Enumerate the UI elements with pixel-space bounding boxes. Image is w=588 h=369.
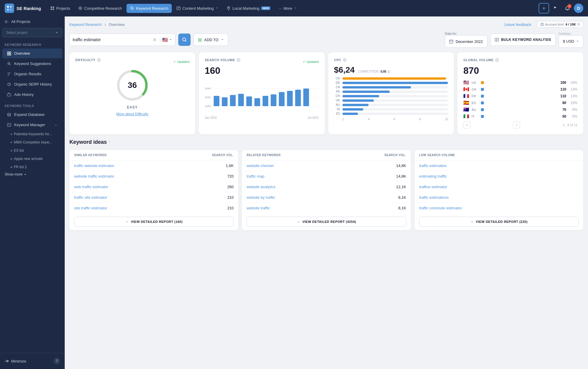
- svg-rect-0: [7, 6, 9, 8]
- project-select[interactable]: Select project: [2, 28, 62, 37]
- keyword-link[interactable]: trafficе estimator: [419, 185, 579, 189]
- leave-feedback-link[interactable]: Leave feedback: [504, 22, 531, 27]
- breadcrumb: Keyword Research > Overview: [69, 22, 125, 27]
- sidebar-sub-es-list[interactable]: ES list: [0, 146, 65, 155]
- help-button[interactable]: ?: [54, 358, 60, 364]
- cpc-bars: US DE CA FR CH UK AU IN ES: [334, 77, 448, 115]
- svg-rect-5: [53, 6, 54, 8]
- svg-point-8: [79, 7, 82, 10]
- cpc-value-row: $6,24 COMPETITION: 0,05: [334, 65, 448, 77]
- difficulty-title-row: DIFFICULTY ✓ Updated: [75, 58, 189, 65]
- sidebar: All Projects Select project KEYWORD RESE…: [0, 16, 65, 369]
- svg-text:300: 300: [205, 87, 211, 90]
- svg-rect-16: [7, 54, 9, 55]
- sidebar-item-overview[interactable]: Overview: [2, 49, 62, 58]
- similar-kw-report-button[interactable]: → VIEW DETAILED REPORT (160): [74, 217, 234, 227]
- nav-projects[interactable]: Projects: [47, 4, 74, 13]
- date-picker-button[interactable]: December 2022: [445, 35, 487, 48]
- related-kw-header: RELATED KEYWORDS SEARCH VOL.: [242, 150, 411, 161]
- show-more-button[interactable]: Show more: [0, 171, 65, 178]
- notification-button[interactable]: 1: [562, 3, 573, 14]
- sidebar-item-organic-results[interactable]: Organic Results: [2, 69, 62, 79]
- sub-dot: [11, 166, 12, 168]
- nav-keyword-research[interactable]: Keyword Research: [126, 4, 172, 13]
- add-button[interactable]: +: [539, 3, 549, 14]
- search-clear-button[interactable]: ✕: [153, 37, 156, 43]
- table-row: website analytics 12,1K: [242, 182, 411, 192]
- add-to-button[interactable]: ⊞ ADD TO: [194, 34, 228, 46]
- breadcrumb-root[interactable]: Keyword Research: [69, 22, 102, 27]
- svg-point-29: [183, 38, 186, 41]
- gv-prev-button[interactable]: ‹: [463, 121, 470, 128]
- sidebar-all-projects[interactable]: All Projects: [0, 16, 65, 27]
- minimize-button[interactable]: Minimize: [5, 359, 26, 363]
- keyword-link[interactable]: website checker: [246, 163, 396, 168]
- app-logo[interactable]: SE Ranking: [5, 4, 41, 13]
- breadcrumb-current: Overview: [109, 22, 124, 27]
- svg-rect-10: [177, 7, 180, 10]
- svg-point-13: [228, 7, 229, 8]
- sidebar-item-keyword-manager[interactable]: Keyword Manager: [2, 120, 62, 130]
- sv-title-row: SEARCH VOLUME ✓ Updated: [205, 58, 319, 65]
- sidebar-item-ads-history[interactable]: Ads History: [2, 90, 62, 99]
- currency-group: Currency: $ USD: [559, 32, 583, 48]
- svg-rect-3: [10, 9, 12, 11]
- svg-point-63: [345, 59, 345, 59]
- keyword-link[interactable]: website by traffic: [246, 195, 398, 200]
- nav-competitive-research[interactable]: Competitive Research: [75, 4, 125, 13]
- keyword-link[interactable]: website traffic: [246, 206, 398, 210]
- keyword-link[interactable]: traffic estimation: [419, 163, 579, 168]
- flag-button[interactable]: [550, 3, 561, 14]
- nav-more[interactable]: ··· More: [275, 4, 300, 13]
- keyword-tools-section-label: KEYWORD TOOLS: [0, 100, 65, 109]
- nav-local-marketing[interactable]: Local Marketing NEW: [223, 4, 274, 13]
- breadcrumb-separator: >: [104, 22, 106, 27]
- search-flag-selector[interactable]: 🇺🇸: [162, 37, 172, 43]
- table-row: site traffic estimator 210: [69, 203, 238, 213]
- keyword-search-input[interactable]: [73, 37, 153, 42]
- keyword-link[interactable]: traffic site estimator: [74, 195, 227, 200]
- sidebar-sub-potential-keywords[interactable]: Potential Keywords for...: [0, 130, 65, 138]
- svg-rect-51: [230, 95, 236, 106]
- gv-title: GLOBAL VOLUME: [463, 58, 577, 62]
- keyword-ideas-info-icon[interactable]: ⁱ: [109, 140, 110, 144]
- svg-rect-4: [51, 6, 52, 8]
- keyword-link[interactable]: website traffic estimator: [74, 174, 227, 178]
- keyword-link[interactable]: traffic commute estimator: [419, 206, 579, 210]
- right-data-actions: Data for: December 2022 BULK KEYWORD ANA…: [445, 32, 583, 48]
- difficulty-gauge: 36: [75, 68, 189, 103]
- breadcrumb-bar: Keyword Research > Overview Leave feedba…: [69, 21, 583, 28]
- sidebar-sub-mma-competitor[interactable]: MMA Competitor keyw...: [0, 138, 65, 146]
- sv-axis: Jan 2022 Jul 2022: [205, 116, 319, 119]
- search-volume-card: SEARCH VOLUME ✓ Updated 160: [199, 52, 325, 134]
- currency-selector[interactable]: $ USD: [559, 35, 583, 48]
- sv-title: SEARCH VOLUME: [205, 58, 240, 62]
- related-kw-report-button[interactable]: → VIEW DETAILED REPORT (4254): [246, 217, 406, 227]
- new-badge: NEW: [261, 6, 270, 10]
- cpc-x-axis: 246810: [334, 118, 448, 121]
- keyword-ideas-title: Keyword ideas ⁱ: [69, 139, 583, 145]
- keyword-link[interactable]: traffic website estimator: [74, 163, 226, 168]
- sidebar-sub-apple-new-arrivals[interactable]: Apple new arrivals: [0, 155, 65, 163]
- sidebar-item-organic-serp-history[interactable]: Organic SERP History: [2, 79, 62, 89]
- difficulty-updated: ✓ Updated: [173, 60, 189, 64]
- nav-content-marketing[interactable]: Content Marketing: [173, 4, 222, 13]
- keyword-link[interactable]: estimating traffic: [419, 174, 579, 178]
- search-button[interactable]: [178, 34, 191, 46]
- keyword-link[interactable]: site traffic estimator: [74, 206, 227, 210]
- low-vol-report-button[interactable]: → VIEW DETAILED REPORT (220): [419, 217, 579, 227]
- sidebar-item-expand-database[interactable]: Expand Database: [2, 110, 62, 119]
- keyword-link[interactable]: website analytics: [246, 185, 396, 189]
- sidebar-item-keyword-suggestions[interactable]: Keyword Suggestions: [2, 59, 62, 69]
- add-to-icon: ⊞: [198, 37, 202, 43]
- keyword-link[interactable]: web traffic estimator: [74, 185, 227, 189]
- bulk-keyword-analysis-button[interactable]: BULK KEYWORD ANALYSIS: [490, 34, 556, 46]
- keyword-link[interactable]: traffic map: [246, 174, 396, 178]
- user-avatar[interactable]: D: [574, 4, 583, 13]
- sidebar-sub-fr-list-2[interactable]: FR list 2: [0, 163, 65, 171]
- svg-rect-49: [214, 96, 219, 106]
- svg-point-25: [542, 24, 542, 24]
- difficulty-more-link[interactable]: More about Difficulty: [75, 112, 189, 116]
- gv-next-button[interactable]: ›: [513, 121, 520, 128]
- keyword-link[interactable]: traffic estimations: [419, 195, 579, 200]
